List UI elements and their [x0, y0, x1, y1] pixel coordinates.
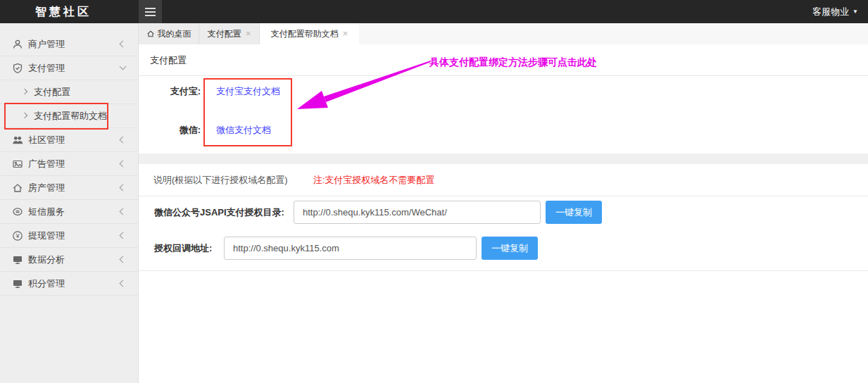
sidebar-subitem-payment-config-help[interactable]: 支付配置帮助文档	[0, 104, 138, 128]
sidebar-subitem-label: 支付配置	[34, 87, 70, 97]
tab-payment-config[interactable]: 支付配置×	[199, 23, 260, 44]
sidebar-item-label: 支付管理	[28, 63, 65, 73]
chevron-left-icon	[120, 256, 127, 263]
svg-text:¥: ¥	[15, 232, 20, 239]
auth-domain-panel: 说明(根据以下进行授权域名配置)注:支付宝授权域名不需要配置 微信公众号JSAP…	[139, 164, 868, 271]
breadcrumb: 支付配置	[150, 44, 187, 76]
sidebar-item-label: 房产管理	[28, 182, 65, 193]
tab-payment-config-help[interactable]: 支付配置帮助文档×	[260, 23, 359, 44]
app-logo: 智慧社区	[35, 0, 92, 23]
sidebar-item-points-mgmt[interactable]: 积分管理	[0, 272, 138, 296]
chevron-right-icon	[22, 89, 27, 94]
sidebar-item-payment-mgmt[interactable]: 支付管理	[0, 56, 138, 80]
sidebar-item-label: 商户管理	[28, 39, 65, 49]
jsapi-auth-dir-label: 微信公众号JSAPI支付授权目录:	[154, 201, 284, 224]
tab-my-desktop[interactable]: 我的桌面	[139, 23, 199, 44]
caret-down-icon: ▼	[853, 0, 858, 23]
auth-callback-label: 授权回调地址:	[154, 237, 212, 260]
sidebar-item-label: 数据分析	[28, 254, 65, 265]
close-icon[interactable]: ×	[343, 28, 348, 39]
copy-jsapi-dir-button[interactable]: 一键复制	[546, 201, 602, 224]
section-divider	[139, 153, 868, 164]
chevron-left-icon	[120, 280, 127, 287]
wechat-doc-link[interactable]: 微信支付文档	[216, 124, 271, 137]
chevron-left-icon	[120, 232, 127, 239]
panel-note-text: 说明(根据以下进行授权域名配置)	[153, 175, 288, 185]
user-icon	[12, 39, 23, 50]
chevron-left-icon	[120, 208, 127, 215]
jsapi-auth-dir-input[interactable]	[294, 201, 541, 224]
monitor-icon	[12, 254, 23, 265]
tab-label: 支付配置	[208, 29, 241, 39]
people-icon	[12, 134, 23, 146]
sidebar-item-sms-service[interactable]: 短信服务	[0, 200, 138, 224]
monitor-icon	[12, 278, 23, 289]
sidebar-item-label: 提现管理	[28, 230, 65, 241]
sidebar-item-property-mgmt[interactable]: 房产管理	[0, 176, 138, 200]
message-icon	[12, 206, 23, 218]
tab-bar: 我的桌面 支付配置× 支付配置帮助文档×	[139, 23, 868, 44]
sidebar: 商户管理 支付管理 支付配置 支付配置帮助文档 社区管理	[0, 23, 139, 383]
alipay-label: 支付宝:	[139, 85, 201, 98]
sidebar-item-data-analysis[interactable]: 数据分析	[0, 248, 138, 272]
chevron-left-icon	[120, 137, 127, 144]
home-icon	[12, 182, 23, 194]
shield-check-icon	[12, 63, 23, 74]
sidebar-subitem-label: 支付配置帮助文档	[34, 111, 107, 121]
panel-warning-text: 注:支付宝授权域名不需要配置	[313, 175, 435, 185]
sidebar-toggle-button[interactable]	[139, 0, 162, 23]
copy-callback-button[interactable]: 一键复制	[482, 237, 538, 260]
user-menu[interactable]: 客服物业▼	[812, 0, 858, 23]
sidebar-item-label: 社区管理	[28, 134, 65, 145]
sidebar-item-community-mgmt[interactable]: 社区管理	[0, 128, 138, 152]
chevron-left-icon	[120, 161, 127, 168]
sidebar-item-withdrawal-mgmt[interactable]: ¥ 提现管理	[0, 224, 138, 248]
tab-label: 我的桌面	[158, 29, 191, 39]
sidebar-menu: 商户管理 支付管理 支付配置 支付配置帮助文档 社区管理	[0, 23, 138, 296]
yen-circle-icon: ¥	[12, 230, 23, 241]
sidebar-item-label: 积分管理	[28, 278, 65, 289]
main-content: 我的桌面 支付配置× 支付配置帮助文档× 支付配置 支付宝: 支付宝支付文档 微…	[139, 23, 868, 383]
sidebar-item-ad-mgmt[interactable]: 广告管理	[0, 152, 138, 176]
image-icon	[12, 158, 23, 170]
chevron-down-icon	[120, 63, 127, 70]
sidebar-item-label: 广告管理	[28, 158, 65, 169]
auth-callback-input[interactable]	[224, 237, 477, 260]
panel-header-divider	[139, 196, 868, 196]
sidebar-item-label: 短信服务	[28, 206, 65, 217]
user-menu-label: 客服物业	[812, 6, 849, 17]
home-icon	[146, 30, 155, 38]
wechat-label: 微信:	[139, 124, 201, 137]
chevron-left-icon	[120, 41, 127, 48]
sidebar-item-merchant-mgmt[interactable]: 商户管理	[0, 32, 138, 56]
sidebar-subitem-payment-config[interactable]: 支付配置	[0, 80, 138, 104]
annotation-text: 具体支付配置绑定方法步骤可点击此处	[429, 56, 597, 69]
tab-label: 支付配置帮助文档	[271, 29, 339, 39]
chevron-right-icon	[22, 113, 27, 118]
close-icon[interactable]: ×	[246, 28, 251, 39]
chevron-left-icon	[120, 184, 127, 192]
topbar: 智慧社区 客服物业▼	[0, 0, 868, 23]
alipay-doc-link[interactable]: 支付宝支付文档	[216, 85, 280, 98]
panel-note: 说明(根据以下进行授权域名配置)注:支付宝授权域名不需要配置	[153, 164, 434, 196]
